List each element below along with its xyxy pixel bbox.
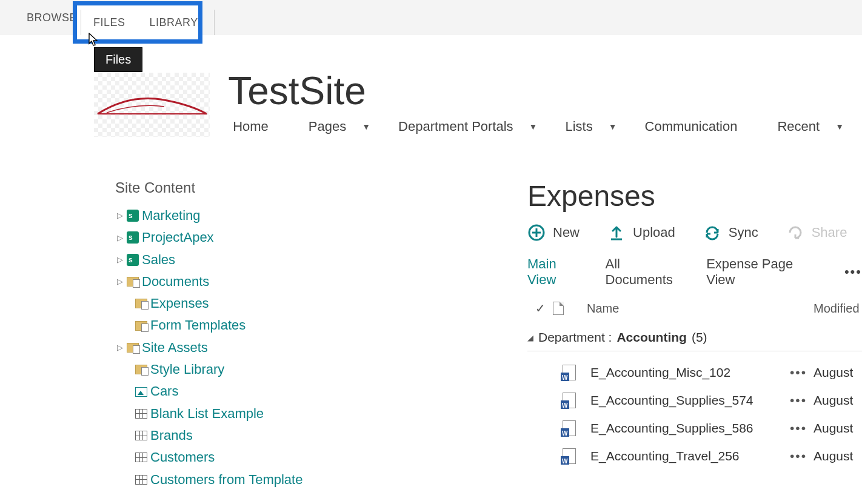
lib-icon <box>133 363 149 376</box>
nav-communication[interactable]: Communication <box>640 116 743 137</box>
file-modified: August <box>814 449 862 463</box>
library-toolbar: New Upload Sync Share <box>527 224 862 242</box>
sync-icon <box>703 224 721 242</box>
group-field: Department : <box>538 330 612 345</box>
ribbon-tab-files[interactable]: FILES <box>81 16 138 29</box>
new-button[interactable]: New <box>527 224 580 242</box>
tree-item[interactable]: Brands <box>115 425 339 446</box>
expander-icon[interactable]: ▷ <box>115 231 125 244</box>
file-name[interactable]: E_Accounting_Travel_256 <box>590 449 783 463</box>
nav-dept-portals[interactable]: Department Portals <box>393 116 518 137</box>
tooltip-files: Files <box>94 47 142 72</box>
site-logo[interactable] <box>94 73 210 137</box>
ribbon-tab-browse[interactable]: BROWSE <box>27 5 77 30</box>
file-modified: August <box>814 393 862 408</box>
tree-item-label[interactable]: ProjectApex <box>142 227 214 248</box>
tree-item-label[interactable]: Marketing <box>142 205 201 227</box>
col-check[interactable]: ✓ <box>527 301 553 316</box>
tree-item[interactable]: Cars <box>115 380 339 402</box>
view-all-documents[interactable]: All Documents <box>606 256 686 288</box>
expander-icon[interactable]: ▷ <box>115 209 125 222</box>
file-menu-button[interactable]: ••• <box>783 421 814 436</box>
site-icon <box>125 231 141 244</box>
lib-icon <box>133 297 149 310</box>
list-icon <box>133 451 149 464</box>
collapse-icon: ◢ <box>527 333 533 342</box>
ribbon-tab-library[interactable]: LIBRARY <box>138 16 210 29</box>
expander-icon[interactable]: ▷ <box>115 275 125 288</box>
group-header[interactable]: ◢ Department : Accounting (5) <box>527 327 862 351</box>
col-name[interactable]: Name <box>580 302 814 316</box>
col-modified[interactable]: Modified <box>814 302 862 316</box>
site-title[interactable]: TestSite <box>228 71 862 110</box>
nav-recent[interactable]: Recent <box>772 116 824 137</box>
sync-label: Sync <box>729 225 758 240</box>
tree-item[interactable]: ▷ProjectApex <box>115 227 339 248</box>
file-menu-button[interactable]: ••• <box>783 365 814 380</box>
chevron-down-icon[interactable]: ▼ <box>362 122 370 131</box>
file-row[interactable]: E_Accounting_Supplies_574•••August <box>527 386 862 414</box>
library-title: Expenses <box>527 179 862 213</box>
tree-item-label[interactable]: Brands <box>150 425 193 446</box>
highlight-callout: FILES LIBRARY <box>73 1 202 44</box>
tree-item[interactable]: Blank List Example <box>115 403 339 425</box>
upload-button[interactable]: Upload <box>607 224 675 242</box>
file-name[interactable]: E_Accounting_Misc_102 <box>590 365 783 380</box>
pic-icon <box>133 385 149 399</box>
file-name[interactable]: E_Accounting_Supplies_574 <box>590 393 783 408</box>
tree-item[interactable]: Customers from Template <box>115 469 339 491</box>
chevron-down-icon[interactable]: ▼ <box>529 122 538 131</box>
tree-item[interactable]: ▷Sales <box>115 249 339 271</box>
word-doc-icon <box>563 420 576 436</box>
file-menu-button[interactable]: ••• <box>783 393 814 408</box>
file-row[interactable]: E_Accounting_Misc_102•••August <box>527 359 862 386</box>
tree-item-label[interactable]: Cars <box>150 380 178 402</box>
file-name[interactable]: E_Accounting_Supplies_586 <box>590 421 783 436</box>
tree-item-label[interactable]: Documents <box>142 271 209 293</box>
sync-button[interactable]: Sync <box>703 224 758 242</box>
tree-item-label[interactable]: Blank List Example <box>150 403 264 425</box>
plus-circle-icon <box>527 224 546 242</box>
tree-item[interactable]: Customers <box>115 446 339 468</box>
file-menu-button[interactable]: ••• <box>783 449 814 463</box>
site-content-tree: Site Content ▷Marketing▷ProjectApex▷Sale… <box>0 179 339 491</box>
upload-label: Upload <box>633 225 675 240</box>
tree-item[interactable]: Form Templates <box>115 314 339 336</box>
tree-item[interactable]: ▷Marketing <box>115 205 339 227</box>
tree-item-label[interactable]: Style Library <box>150 359 224 380</box>
tree-item-label[interactable]: Customers from Template <box>150 469 302 491</box>
view-expense-page[interactable]: Expense Page View <box>706 256 818 288</box>
nav-pages[interactable]: Pages <box>304 116 351 137</box>
column-headers: ✓ Name Modified <box>527 301 862 316</box>
chevron-down-icon[interactable]: ▼ <box>609 122 617 131</box>
group-value: Accounting <box>616 330 687 345</box>
file-row[interactable]: E_Accounting_Supplies_586•••August <box>527 414 862 442</box>
tree-item-label[interactable]: Customers <box>150 446 215 468</box>
list-icon <box>133 473 149 486</box>
tree-item-label[interactable]: Sales <box>142 249 175 271</box>
lib-icon <box>125 275 141 288</box>
view-tabs: Main View All Documents Expense Page Vie… <box>527 256 862 288</box>
view-main[interactable]: Main View <box>527 256 585 288</box>
tree-item-label[interactable]: Site Assets <box>142 337 208 359</box>
view-more[interactable]: ••• <box>844 264 862 280</box>
chevron-down-icon[interactable]: ▼ <box>835 122 844 131</box>
tree-item-label[interactable]: Expenses <box>150 293 209 314</box>
nav-lists[interactable]: Lists <box>560 116 597 137</box>
list-icon <box>133 429 149 442</box>
tree-item[interactable]: Style Library <box>115 359 339 380</box>
tree-item[interactable]: ▷Documents <box>115 271 339 293</box>
nav-home[interactable]: Home <box>228 116 273 137</box>
expander-icon[interactable]: ▷ <box>115 341 125 354</box>
file-row[interactable]: E_Accounting_Travel_256•••August <box>527 442 862 470</box>
tree-item[interactable]: Expenses <box>115 293 339 314</box>
tree-header: Site Content <box>115 179 339 196</box>
site-icon <box>125 253 141 267</box>
tree-item-label[interactable]: Form Templates <box>150 314 246 336</box>
expander-icon[interactable]: ▷ <box>115 253 125 266</box>
tree-item[interactable]: ▷Site Assets <box>115 337 339 359</box>
col-type[interactable] <box>553 302 580 315</box>
file-modified: August <box>814 365 862 380</box>
library-panel: Expenses New Upload Sync Share Main View… <box>339 179 862 491</box>
new-label: New <box>553 225 580 240</box>
